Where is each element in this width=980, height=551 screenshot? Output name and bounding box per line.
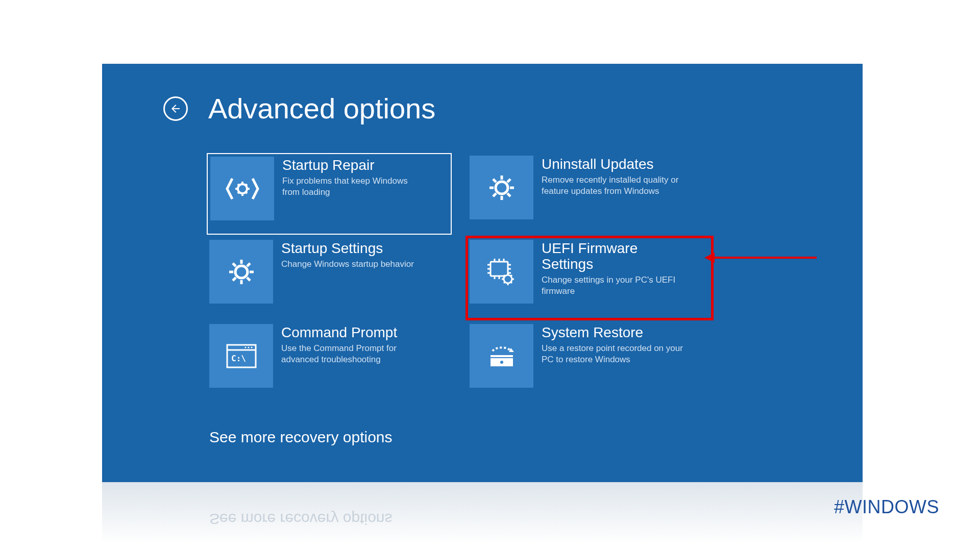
svg-line-16	[493, 193, 496, 196]
tile-uefi-firmware[interactable]: UEFI Firmware Settings Change settings i…	[467, 237, 712, 319]
recovery-screen: Advanced options Startup Repair Fix prob…	[102, 64, 863, 482]
svg-line-48	[511, 282, 512, 283]
tile-title: Startup Settings	[281, 241, 414, 257]
svg-line-23	[233, 263, 236, 266]
options-grid: Startup Repair Fix problems that keep Wi…	[207, 153, 712, 403]
tile-title: System Restore	[542, 325, 687, 341]
svg-line-24	[247, 263, 250, 266]
tile-desc: Remove recently installed quality or fea…	[542, 174, 687, 197]
hashtag-label: #WINDOWS	[834, 496, 939, 518]
tile-command-prompt[interactable]: C:\ Command Prompt Use the Command Promp…	[207, 321, 452, 403]
svg-line-45	[504, 275, 505, 276]
tile-text: Uninstall Updates Remove recently instal…	[533, 156, 687, 197]
tile-text: Startup Repair Fix problems that keep Wi…	[274, 157, 427, 198]
svg-point-18	[235, 266, 248, 278]
svg-point-40	[504, 275, 512, 283]
tile-title: Command Prompt	[281, 325, 426, 341]
arrow-line	[715, 257, 817, 259]
svg-line-26	[247, 278, 250, 281]
svg-line-25	[233, 278, 236, 281]
svg-point-51	[251, 346, 252, 348]
tile-desc: Use the Command Prompt for advanced trou…	[281, 343, 426, 365]
chip-gear-icon	[470, 240, 533, 304]
tile-title: Startup Repair	[282, 158, 427, 173]
gear-icon	[470, 156, 533, 219]
tile-text: Command Prompt Use the Command Prompt fo…	[273, 324, 426, 365]
svg-rect-57	[491, 355, 513, 357]
svg-point-52	[248, 346, 249, 348]
tile-title: UEFI Firmware Settings	[542, 241, 687, 272]
svg-line-17	[507, 193, 510, 196]
svg-text:C:\: C:\	[231, 354, 246, 363]
svg-rect-27	[491, 262, 508, 276]
svg-line-5	[238, 184, 239, 186]
svg-line-8	[246, 192, 247, 193]
page-title: Advanced options	[208, 92, 435, 125]
reflection-text: See more recovery options	[209, 510, 393, 528]
see-more-link[interactable]: See more recovery options	[209, 429, 393, 446]
terminal-icon: C:\	[209, 324, 273, 388]
tile-title: Uninstall Updates	[542, 157, 687, 172]
svg-line-47	[504, 282, 505, 283]
tile-desc: Fix problems that keep Windows from load…	[282, 176, 427, 198]
svg-point-53	[244, 346, 246, 348]
svg-line-6	[246, 184, 247, 186]
svg-line-15	[507, 179, 510, 182]
tile-text: System Restore Use a restore point recor…	[533, 324, 687, 365]
svg-line-7	[238, 192, 239, 193]
svg-point-9	[496, 182, 508, 194]
tile-text: UEFI Firmware Settings Change settings i…	[533, 240, 687, 297]
svg-line-14	[493, 179, 496, 182]
startup-repair-icon	[210, 157, 274, 220]
tile-startup-settings[interactable]: Startup Settings Change Windows startup …	[207, 237, 452, 319]
back-button[interactable]	[163, 96, 188, 121]
reflection-overlay: See more recovery options	[102, 482, 863, 543]
arrow-head-icon	[704, 253, 715, 263]
arrow-left-icon	[169, 103, 182, 115]
tile-desc: Use a restore point recorded on your PC …	[542, 343, 687, 365]
tile-desc: Change Windows startup behavior	[281, 259, 414, 270]
gear-icon	[209, 240, 273, 304]
tile-system-restore[interactable]: System Restore Use a restore point recor…	[467, 321, 712, 403]
svg-point-58	[500, 361, 503, 364]
annotation-arrow	[704, 253, 817, 263]
tile-uninstall-updates[interactable]: Uninstall Updates Remove recently instal…	[467, 153, 712, 235]
header: Advanced options	[163, 92, 435, 125]
tile-text: Startup Settings Change Windows startup …	[273, 240, 414, 270]
tile-startup-repair[interactable]: Startup Repair Fix problems that keep Wi…	[207, 153, 452, 235]
svg-line-46	[511, 275, 512, 276]
tile-desc: Change settings in your PC's UEFI firmwa…	[542, 274, 687, 297]
svg-marker-55	[509, 348, 514, 352]
restore-icon	[470, 324, 533, 388]
